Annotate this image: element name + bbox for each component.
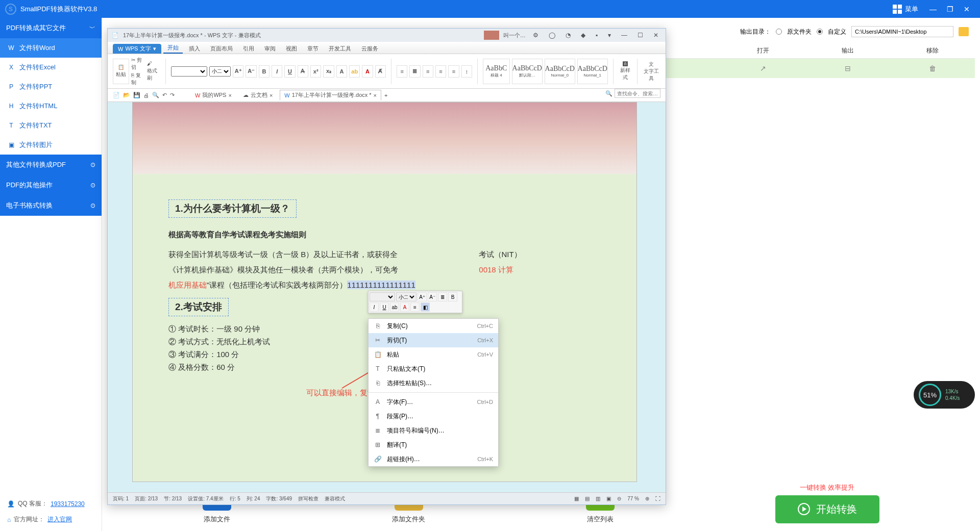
tab-review[interactable]: 审阅 [260,44,280,54]
clock-icon[interactable]: ◔ [562,32,574,39]
ctx-paste-text[interactable]: T只粘贴文本(T) [369,362,498,376]
sidebar-item-txt[interactable]: T文件转TXT [0,116,102,135]
style-default[interactable]: AaBbCcD默认段… [512,59,543,84]
tab-layout[interactable]: 页面布局 [206,44,237,54]
font-size-select[interactable]: 小二 [209,66,231,77]
radio-original-folder[interactable] [776,29,782,35]
font-effects-button[interactable]: A [336,65,347,78]
diamond-icon[interactable]: ◆ [578,32,589,39]
view-print-icon[interactable]: ▦ [574,496,579,501]
browse-folder-button[interactable] [959,27,969,36]
font-color-button[interactable]: A [362,65,373,78]
start-convert-button[interactable]: 开始转换 [775,495,879,523]
mini-increase-font[interactable]: A⁺ [418,292,427,301]
format-painter-button[interactable]: 🖌 [147,61,160,66]
status-col[interactable]: 列: 24 [247,495,260,502]
mini-shading[interactable]: ◧ [421,302,430,312]
wps-maximize-button[interactable]: ☐ [634,32,646,39]
ctx-font[interactable]: A字体(F)…Ctrl+D [369,395,498,409]
maximize-button[interactable]: ❐ [942,5,959,13]
bullets-button[interactable]: ≡ [397,65,407,78]
network-speed-widget[interactable]: 51% 13K/s 0.4K/s [914,381,975,409]
mini-font-family[interactable] [370,292,395,301]
add-tab-button[interactable]: + [384,92,387,98]
subscript-button[interactable]: x₂ [323,65,334,78]
italic-button[interactable]: I [272,65,282,78]
mini-underline[interactable]: U [380,302,389,312]
print-icon[interactable]: 🖨 [143,92,149,98]
mini-align[interactable]: ≡ [410,302,420,312]
ctx-cut[interactable]: ✂剪切(T)Ctrl+X [369,333,498,347]
status-spell[interactable]: 拼写检查 [298,495,318,502]
site-link[interactable]: 进入官网 [47,515,72,524]
sidebar-item-word[interactable]: W文件转Word [0,38,102,58]
radio-custom-folder[interactable] [817,29,823,35]
status-setting[interactable]: 设置值: 7.4厘米 [188,495,223,502]
wps-brand-tab[interactable]: WWPS 文字▾ [113,44,161,54]
line-spacing-button[interactable]: ↕ [461,65,472,78]
zoom-in-button[interactable]: ⊕ [645,496,649,501]
ctx-translate[interactable]: ⊞翻译(T) [369,438,498,452]
zoom-out-button[interactable]: ⊖ [617,496,621,501]
status-chars[interactable]: 字数: 3/649 [266,495,292,502]
mini-bold[interactable]: B [448,292,457,301]
sidebar-header-pdf-other-ops[interactable]: PDF的其他操作⊙ [0,175,102,195]
text-tools-button[interactable]: 文文字工具 [643,61,660,82]
ctx-copy[interactable]: ⎘复制(C)Ctrl+C [369,319,498,333]
increase-font-icon[interactable]: A⁺ [233,65,243,78]
new-style-button[interactable]: 🅰新样式 [619,61,632,81]
doctab-cloud[interactable]: ☁云文档× [239,90,277,100]
ctx-paragraph[interactable]: ¶段落(P)… [369,409,498,423]
wps-chevron-down-icon[interactable]: ▾ [605,32,614,39]
ctx-bullets[interactable]: ≣项目符号和编号(N)… [369,423,498,438]
font-family-select[interactable] [171,66,207,77]
doctab-mywps[interactable]: W我的WPS× [191,90,236,100]
tab-start[interactable]: 开始 [163,43,183,54]
decrease-font-icon[interactable]: A⁻ [246,65,256,78]
superscript-button[interactable]: x² [310,65,321,78]
style-normal1[interactable]: AaBbCcDNormal_1 [577,59,608,84]
new-blank-icon[interactable]: 📄 [113,92,120,98]
sidebar-header-ebook[interactable]: 电子书格式转换⊙ [0,195,102,216]
align-left-button[interactable]: ≡ [423,65,433,78]
status-line[interactable]: 行: 5 [230,495,240,502]
sidebar-item-html[interactable]: H文件转HTML [0,96,102,116]
save-icon[interactable]: 💾 [133,92,140,98]
wps-close-button[interactable]: ✕ [650,32,662,39]
open-button[interactable]: ↗ [721,64,805,72]
strike-button[interactable]: A̶ [298,65,308,78]
circle-icon[interactable]: ◯ [546,32,558,39]
sidebar-item-ppt[interactable]: P文件转PPT [0,77,102,96]
output-button[interactable]: ⊟ [805,64,890,72]
tab-insert[interactable]: 插入 [185,44,204,54]
close-button[interactable]: ✕ [959,5,975,13]
style-heading4[interactable]: AaBbC标题 4 [483,59,510,84]
doctab-current[interactable]: W17年上半年计算一级报考.docx *× [280,90,381,100]
align-center-button[interactable]: ≡ [435,65,446,78]
output-path-input[interactable] [851,26,953,37]
redo-icon[interactable]: ↷ [170,92,175,98]
sidebar-header-pdf-to-other[interactable]: PDF转换成其它文件 ﹀ [0,18,102,38]
tab-chapter[interactable]: 章节 [303,44,323,54]
remove-button[interactable]: 🗑 [890,64,975,72]
qq-number-link[interactable]: 1933175230 [51,500,85,508]
wps-titlebar[interactable]: 📄 17年上半年计算一级报考.docx * - WPS 文字 - 兼容模式 叫一… [108,29,666,42]
mini-italic[interactable]: I [370,302,379,312]
highlight-button[interactable]: ab [349,65,360,78]
zoom-value[interactable]: 77 % [627,496,639,501]
open-icon[interactable]: 📂 [123,92,130,98]
sidebar-item-excel[interactable]: X文件转Excel [0,58,102,77]
tab-cloud[interactable]: 云服务 [357,44,382,54]
sidebar-header-other-to-pdf[interactable]: 其他文件转换成PDF⊙ [0,155,102,175]
cut-button[interactable]: ✂ 剪切 [131,57,145,71]
view-web-icon[interactable]: ▤ [585,496,590,501]
mini-list-icon[interactable]: ≣ [438,292,447,301]
command-search-input[interactable] [615,89,660,98]
ctx-hyperlink[interactable]: 🔗超链接(H)…Ctrl+K [369,452,498,466]
wps-minimize-button[interactable]: — [618,32,630,39]
menu-button[interactable]: 菜单 [887,5,924,14]
status-compat[interactable]: 兼容模式 [325,495,345,502]
copy-button[interactable]: ⎘ 复制 [131,72,145,86]
preview-icon[interactable]: 🔍 [152,92,159,98]
mini-font-color[interactable]: A [400,302,409,312]
